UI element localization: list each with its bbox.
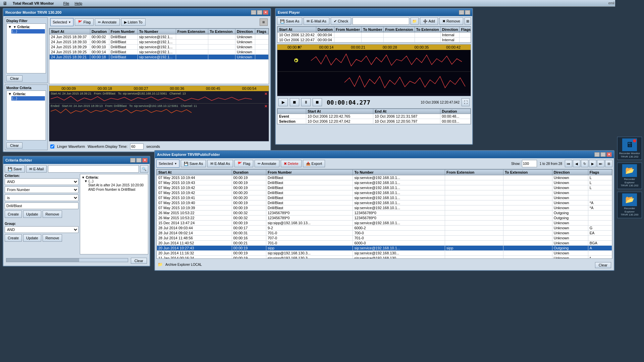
ae-export-button[interactable]: 📤 Export — [303, 160, 325, 167]
waveform-time-input[interactable] — [130, 143, 144, 149]
ep-layout-button[interactable]: ⊞ — [465, 17, 471, 25]
ae-minimize-button[interactable]: _ — [594, 152, 600, 157]
archive-table-row[interactable]: 28 Jul 2014 11:48:5600:00:16707-0701-0Un… — [157, 236, 612, 241]
criterion-select[interactable]: AND — [5, 178, 78, 185]
col-start-at[interactable]: Start At — [50, 29, 90, 35]
channel1-close-button[interactable]: ✕ — [264, 92, 267, 96]
cb-close-button[interactable]: ✕ — [142, 158, 148, 163]
cb-save-button[interactable]: 💾 Save — [5, 165, 25, 173]
event-path-input[interactable]: C:\worktemp\TRVRExampleEvent — [353, 17, 409, 25]
col-from-number[interactable]: From Number — [109, 29, 138, 35]
monitor-criteria-clear-button[interactable]: Clear — [6, 142, 22, 148]
col-direction[interactable]: Direction — [235, 29, 255, 35]
archive-table-row[interactable]: 07 May 2015 10:19:4100:00:20Drill/Blasts… — [157, 195, 612, 200]
archive-table-row[interactable]: 11 Jan 2014 00:16:2400:00:19sip:sipp@192… — [157, 256, 612, 259]
listen-to-button[interactable]: ▶ Listen To — [121, 18, 146, 26]
archive-table-row[interactable]: 28 Jul 2014 09:03:4400:00:179-26000-2Unk… — [157, 226, 612, 231]
display-filter-clear-button[interactable]: Clear — [6, 75, 22, 81]
ae-flag-button[interactable]: 🚩 Flag — [234, 160, 253, 167]
ae-close-button[interactable]: ✕ — [606, 152, 612, 157]
archive-table-row[interactable]: 26 Mar 2015 10:53:2200:00:32123456789*01… — [157, 216, 612, 221]
stop2-button[interactable]: ⏹ — [313, 98, 322, 106]
ae-maximize-button[interactable]: □ — [600, 152, 606, 157]
ep-col-start-at[interactable]: Start At — [278, 27, 316, 33]
recorder-table-row[interactable]: 24 Jun 2015 18:39:3700:00:02Drill/Blasts… — [50, 35, 269, 40]
ae-delete-button[interactable]: ✖ Delete — [281, 160, 302, 167]
monitor-criteria-item[interactable]: (...) — [11, 96, 45, 101]
update-criterion-button[interactable]: Update — [23, 210, 41, 218]
col-from-ext[interactable]: From Extension — [176, 29, 208, 35]
ae-col-duration[interactable]: Duration — [232, 170, 266, 175]
minimize-button[interactable]: _ — [251, 10, 256, 15]
value-input[interactable] — [5, 202, 78, 209]
ae-layout-button[interactable]: ⊞ — [605, 160, 612, 167]
ep-col-to-number[interactable]: To Number — [362, 27, 384, 33]
event-table-row[interactable]: 10 Oct 2006 12:20:4700:00:04Internal — [278, 38, 471, 43]
ep-col-to-ext[interactable]: To Extension — [415, 27, 440, 33]
ae-selected-dropdown[interactable]: Selected ▼ — [156, 160, 179, 168]
ep-col-from-number[interactable]: From Number — [334, 27, 362, 33]
display-filter-criteria-item[interactable]: (...) — [11, 29, 45, 34]
archive-table-row[interactable]: 26 Mar 2015 10:53:2200:00:32123456789*01… — [157, 210, 612, 216]
ae-annotate-button[interactable]: ✏ Annotate — [255, 160, 279, 167]
archive-table-row[interactable]: 07 May 2015 10:19:4200:00:20Drill/Blasts… — [157, 190, 612, 195]
prev-page-button[interactable]: ◀ — [573, 160, 580, 167]
ae-col-to-number[interactable]: To Number — [353, 170, 445, 175]
ae-col-direction[interactable]: Direction — [552, 170, 588, 175]
archive-table-row[interactable]: 15 Dec 2014 13:47:2400:00:19sip:sipp@192… — [157, 221, 612, 226]
expand-button[interactable]: ⛶ — [462, 98, 470, 106]
ep-minimize-button[interactable]: _ — [459, 10, 464, 15]
close-button[interactable]: ✕ — [263, 10, 268, 15]
col-flags[interactable]: Flags — [255, 29, 269, 35]
layout-toggle-button[interactable]: ⊞ — [260, 18, 268, 26]
refresh-button[interactable]: ↻ — [581, 160, 588, 167]
create-group-button[interactable]: Create — [5, 234, 22, 242]
browse-button[interactable]: 📁 — [411, 17, 419, 25]
ep-col-duration[interactable]: Duration — [316, 27, 334, 33]
next-page-button[interactable]: ▶ — [589, 160, 596, 167]
cb-maximize-button[interactable]: □ — [136, 158, 142, 163]
criteria-root-node[interactable]: ▼ (...) — [84, 179, 147, 183]
cb-search-input[interactable] — [48, 165, 139, 173]
ep-col-direction[interactable]: Direction — [440, 27, 460, 33]
update-group-button[interactable]: Update — [23, 234, 41, 242]
col-to-ext[interactable]: To Extension — [208, 29, 235, 35]
recorder-explorer-icon[interactable]: 📂 Recorder ExplorerTRVR 130.202 — [617, 163, 642, 189]
cb-minimize-button[interactable]: _ — [130, 158, 136, 163]
ae-show-input[interactable] — [522, 160, 537, 167]
archive-table-row[interactable]: 07 May 2015 10:19:4200:00:19Drill/Blasts… — [157, 185, 612, 190]
field-select[interactable]: From Number — [5, 186, 78, 193]
ae-col-from-ext[interactable]: From Extension — [445, 170, 503, 175]
recorder-monitor-icon[interactable]: 🖥 Recorder MonitorTRVR 130.202 — [617, 137, 642, 160]
create-criterion-button[interactable]: Create — [5, 210, 22, 218]
play-button[interactable]: ▶ — [278, 98, 288, 106]
recorder-table-row[interactable]: 24 Jun 2015 18:39:2100:00:18Drill/Blasts… — [50, 55, 269, 60]
recorder-table-row[interactable]: 24 Jun 2015 18:39:2500:00:14Drill/Blasts… — [50, 50, 269, 55]
channel2-close-button[interactable]: ✕ — [264, 104, 267, 109]
maximize-button[interactable]: □ — [257, 10, 262, 15]
ae-col-from-number[interactable]: From Number — [266, 170, 353, 175]
archive-table-row[interactable]: 20 Jun 2014 11:40:5200:00:21701-06000-0U… — [157, 241, 612, 246]
ae-clear-button[interactable]: Clear — [595, 262, 611, 268]
annotate-button[interactable]: ✏ Annotate — [95, 18, 120, 26]
col-to-number[interactable]: To Number — [138, 29, 176, 35]
ae-save-as-button[interactable]: 💾 Save As — [181, 160, 206, 167]
save-as-button[interactable]: 💾 Save As — [277, 17, 302, 25]
remove-criterion-button[interactable]: Remove — [43, 210, 62, 218]
recorder-table-row[interactable]: 24 Jun 2015 18:39:2900:00:10Drill/Blasts… — [50, 45, 269, 50]
cb-scrollbar[interactable] — [6, 258, 128, 262]
remove-button[interactable]: ✖ Remove — [439, 17, 463, 25]
check-button[interactable]: ✔ Check — [331, 17, 351, 25]
archive-table-row[interactable]: 20 Jun 2014 11:16:3200:00:19sip:sipp@192… — [157, 251, 612, 256]
ep-maximize-button[interactable]: □ — [465, 10, 470, 15]
group-select[interactable]: AND — [5, 226, 78, 233]
ae-col-flags[interactable]: Flags — [588, 170, 612, 175]
cb-clear-button[interactable]: Clear — [131, 258, 147, 264]
selected-dropdown[interactable]: Selected ▼ — [50, 18, 73, 26]
cb-email-button[interactable]: ✉ E-Mail — [26, 165, 47, 173]
monitor-criteria-header[interactable]: ▼ Criteria: — [7, 92, 45, 96]
flag-button[interactable]: 🚩 Flag — [75, 18, 94, 26]
ae-email-as-button[interactable]: ✉ E-Mail As — [207, 160, 233, 167]
display-filter-criteria-header[interactable]: ▼ ▼ Criteria: — [7, 24, 45, 29]
archive-table-row[interactable]: 07 May 2015 10:19:4400:00:19Drill/Blasts… — [157, 175, 612, 180]
